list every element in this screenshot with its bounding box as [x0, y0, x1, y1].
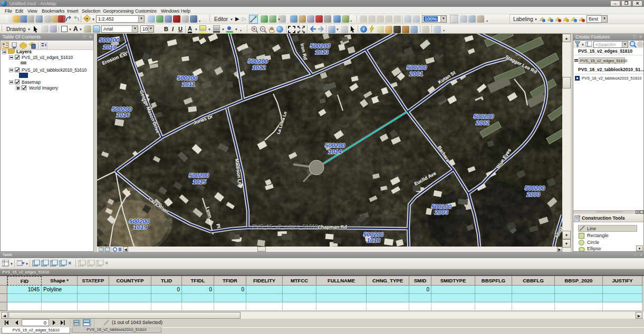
svg-text:500200: 500200 [474, 113, 494, 120]
svg-text:1019: 1019 [133, 224, 147, 230]
svg-text:500200: 500200 [99, 37, 120, 43]
svg-text:1016: 1016 [116, 112, 130, 118]
svg-text:500200: 500200 [189, 172, 209, 179]
svg-text:1010: 1010 [103, 44, 117, 50]
svg-text:2003: 2003 [434, 209, 448, 215]
svg-text:500200: 500200 [248, 58, 268, 64]
svg-text:1014: 1014 [328, 149, 342, 155]
svg-text:1018: 1018 [367, 237, 380, 243]
svg-text:PVS_15_v2_edges_51610: PVS_15_v2_edges_51610 [252, 223, 318, 230]
svg-text:2001: 2001 [409, 71, 423, 77]
svg-text:500200: 500200 [177, 75, 198, 81]
svg-text:1011: 1011 [182, 81, 195, 87]
svg-text:Chapman Rd: Chapman Rd [318, 224, 347, 230]
svg-text:500200: 500200 [310, 43, 331, 49]
svg-text:1013: 1013 [315, 49, 329, 55]
svg-text:2002: 2002 [475, 120, 489, 126]
svg-text:500200: 500200 [525, 185, 545, 191]
svg-text:1015: 1015 [193, 179, 206, 185]
svg-text:2000: 2000 [526, 191, 540, 198]
svg-text:500200: 500200 [407, 64, 427, 71]
svg-text:1012: 1012 [252, 64, 266, 71]
svg-text:500200: 500200 [325, 142, 345, 149]
